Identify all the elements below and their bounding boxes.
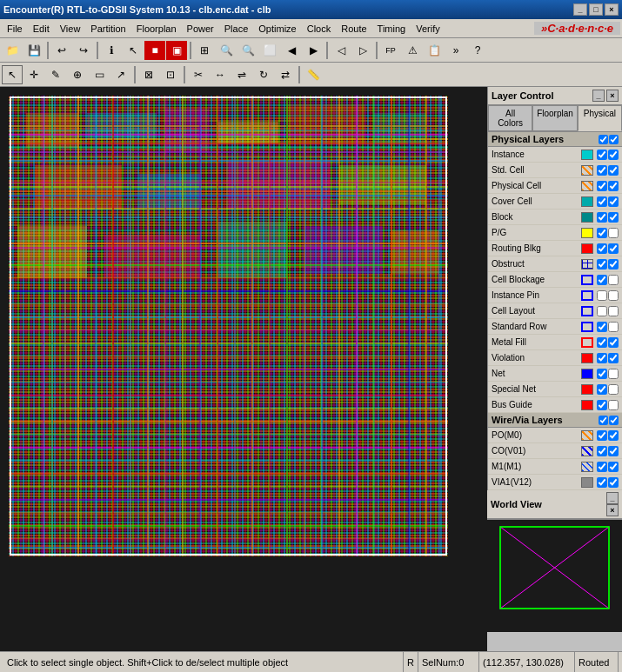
pan-left-button[interactable]: ◁ — [331, 41, 351, 60]
layer-instance-color[interactable] — [581, 150, 593, 160]
layer-obstruct-selectable[interactable] — [608, 259, 619, 269]
layer-routing-blkg-selectable[interactable] — [608, 243, 619, 254]
zoom-in-button[interactable]: 🔍 — [216, 41, 237, 60]
align-tool[interactable]: ⇌ — [231, 65, 252, 84]
pan-right-button[interactable]: ▷ — [352, 41, 373, 60]
layer-m1-m1-selectable[interactable] — [608, 462, 619, 472]
layer-cover-cell-color[interactable] — [581, 196, 593, 207]
prev-view-button[interactable]: ◀ — [281, 41, 302, 60]
layout-view[interactable] — [0, 87, 487, 651]
layer-metal-fill-color[interactable] — [581, 337, 593, 348]
layer-po-m0-selectable[interactable] — [608, 430, 619, 441]
layer-physical-cell-selectable[interactable] — [608, 181, 619, 191]
layer-instance-visible[interactable] — [597, 150, 607, 160]
zoom-out-button[interactable]: 🔍 — [237, 41, 258, 60]
menu-view[interactable]: View — [55, 22, 86, 36]
layer-physical-cell-color[interactable] — [581, 181, 593, 191]
layer-special-net-color[interactable] — [581, 384, 593, 395]
layer-standard-row-visible[interactable] — [597, 322, 607, 332]
fill-button[interactable]: ■ — [144, 41, 165, 60]
undo-button[interactable]: ↩ — [51, 41, 72, 60]
layer-cell-blockage-selectable[interactable] — [608, 275, 619, 285]
layer-violation-color[interactable] — [581, 353, 593, 363]
layer-co-v01-color[interactable] — [581, 446, 593, 456]
wire-via-visible-checkbox[interactable] — [599, 416, 608, 425]
save-button[interactable]: 💾 — [23, 41, 44, 60]
layer-via1-v12-selectable[interactable] — [608, 477, 619, 488]
layer-instance-selectable[interactable] — [608, 150, 619, 160]
layer-bus-guide-visible[interactable] — [597, 400, 607, 410]
layer-m1-m1-visible[interactable] — [597, 462, 607, 472]
layer-metal-fill-visible[interactable] — [597, 337, 607, 348]
layer-list[interactable]: Physical Layers Instance Std. Cell — [488, 132, 622, 490]
layer-net-color[interactable] — [581, 369, 593, 379]
edit-tool[interactable]: ✎ — [45, 65, 66, 84]
layer-cell-layout-color[interactable] — [581, 306, 593, 316]
fill2-button[interactable]: ▣ — [166, 41, 187, 60]
layer-std-cell-color[interactable] — [581, 165, 593, 176]
floorplan-button[interactable]: FP — [380, 41, 401, 60]
layer-standard-row-selectable[interactable] — [608, 322, 619, 332]
layer-pg-visible[interactable] — [597, 228, 607, 238]
layer-block-visible[interactable] — [597, 212, 607, 223]
layer-bus-guide-color[interactable] — [581, 400, 593, 410]
layer-m1-m1-color[interactable] — [581, 462, 593, 472]
snap-tool[interactable]: ⊕ — [67, 65, 88, 84]
info-button[interactable]: ℹ — [101, 41, 122, 60]
menu-optimize[interactable]: Optimize — [253, 22, 301, 36]
path-tool[interactable]: ↗ — [110, 65, 131, 84]
layer-obstruct-color[interactable] — [581, 259, 593, 269]
minimize-button[interactable]: _ — [573, 3, 587, 16]
next-view-button[interactable]: ▶ — [303, 41, 324, 60]
world-view[interactable] — [487, 519, 622, 632]
wire-via-selectable-checkbox[interactable] — [609, 416, 619, 425]
layer-instance-pin-color[interactable] — [581, 290, 593, 301]
layer-net-selectable[interactable] — [608, 369, 619, 379]
redo-button[interactable]: ↪ — [73, 41, 94, 60]
select-all-tool[interactable]: ⊠ — [138, 65, 159, 84]
menu-partition[interactable]: Partition — [85, 22, 130, 36]
stretch-tool[interactable]: ↔ — [210, 65, 231, 84]
layer-cell-layout-selectable[interactable] — [608, 306, 619, 316]
menu-power[interactable]: Power — [182, 22, 219, 36]
layer-special-net-visible[interactable] — [597, 384, 607, 395]
warn-button[interactable]: ⚠ — [402, 41, 423, 60]
layer-via1-v12-visible[interactable] — [597, 477, 607, 488]
panel-close-button[interactable]: × — [606, 90, 619, 102]
layer-physical-cell-visible[interactable] — [597, 181, 607, 191]
close-button[interactable]: × — [605, 3, 619, 16]
layer-routing-blkg-visible[interactable] — [597, 243, 607, 254]
section-selectable-checkbox[interactable] — [609, 135, 619, 144]
layer-special-net-selectable[interactable] — [608, 384, 619, 395]
layer-metal-fill-selectable[interactable] — [608, 337, 619, 348]
menu-timing[interactable]: Timing — [372, 22, 411, 36]
section-visible-checkbox[interactable] — [599, 135, 608, 144]
layer-co-v01-visible[interactable] — [597, 446, 607, 456]
world-view-close-button[interactable]: × — [606, 504, 619, 516]
mirror-tool[interactable]: ⇄ — [275, 65, 296, 84]
world-view-minimize-button[interactable]: _ — [606, 492, 619, 504]
rotate-tool[interactable]: ↻ — [253, 65, 274, 84]
layer-cell-blockage-color[interactable] — [581, 275, 593, 285]
panel-minimize-button[interactable]: _ — [592, 90, 605, 102]
layer-block-color[interactable] — [581, 212, 593, 223]
cut-tool[interactable]: ✂ — [188, 65, 209, 84]
layer-block-selectable[interactable] — [608, 212, 619, 223]
layer-std-cell-visible[interactable] — [597, 165, 607, 176]
menu-place[interactable]: Place — [219, 22, 254, 36]
menu-edit[interactable]: Edit — [28, 22, 55, 36]
layer-net-visible[interactable] — [597, 369, 607, 379]
layer-co-v01-selectable[interactable] — [608, 446, 619, 456]
menu-floorplan[interactable]: Floorplan — [131, 22, 182, 36]
move-tool[interactable]: ✛ — [23, 65, 44, 84]
layer-po-m0-color[interactable] — [581, 430, 593, 441]
layer-violation-selectable[interactable] — [608, 353, 619, 363]
layer-cell-blockage-visible[interactable] — [597, 275, 607, 285]
zoom-area-button[interactable]: ⬜ — [259, 41, 280, 60]
menu-clock[interactable]: Clock — [302, 22, 337, 36]
layer-standard-row-color[interactable] — [581, 322, 593, 332]
menu-verify[interactable]: Verify — [411, 22, 445, 36]
tab-floorplan[interactable]: Floorplan — [532, 105, 578, 131]
layer-violation-visible[interactable] — [597, 353, 607, 363]
tab-physical[interactable]: Physical — [578, 105, 622, 131]
